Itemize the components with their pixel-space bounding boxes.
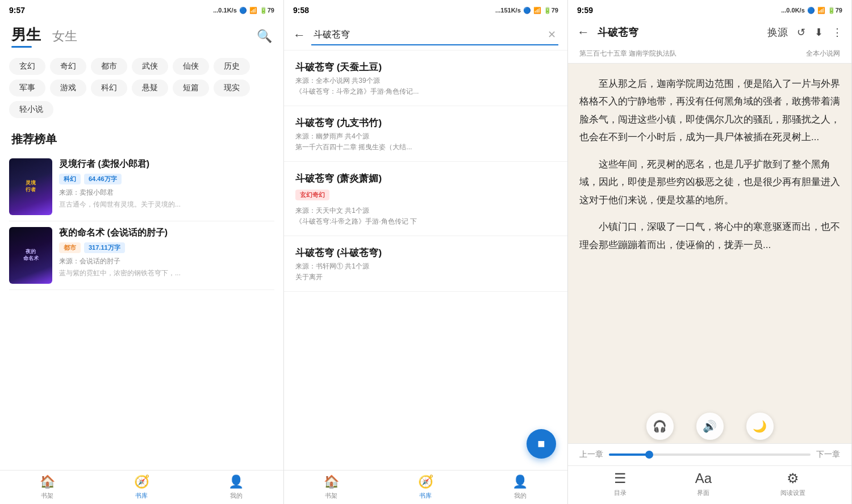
genre-game[interactable]: 游戏 <box>50 79 86 96</box>
genre-light[interactable]: 轻小说 <box>9 101 53 118</box>
search-query-text[interactable]: 斗破苍穹 <box>314 29 350 41</box>
back-button-search[interactable]: ← <box>293 28 306 43</box>
status-bar-1: 9:57 ...0.1K/s 🔵 📶 🔋79 <box>0 0 283 20</box>
audio-btn[interactable]: 🎧 <box>646 413 674 440</box>
reading-nav: 上一章 下一章 <box>568 443 851 465</box>
nav-bookshelf[interactable]: 🏠 书架 <box>40 474 55 500</box>
tab-female-label[interactable]: 女生 <box>52 28 77 45</box>
reading-title: 斗破苍穹 <box>598 26 638 39</box>
genre-qihuan[interactable]: 奇幻 <box>50 58 86 75</box>
book-meta-2: 都市 317.11万字 <box>59 242 274 253</box>
book-genre-tag-1: 科幻 <box>59 174 81 184</box>
font-icon: Aa <box>695 471 712 486</box>
book-title-2: 夜的命名术 (会说话的肘子) <box>59 227 274 239</box>
book-wordcount-1: 64.46万字 <box>84 174 122 184</box>
home-icon-2: 🏠 <box>324 474 339 489</box>
time-3: 9:59 <box>577 6 593 15</box>
book-wordcount-2: 317.11万字 <box>84 242 125 253</box>
genre-wuxia[interactable]: 武侠 <box>132 58 168 75</box>
search-clear-icon[interactable]: ✕ <box>548 28 556 41</box>
download-icon[interactable]: ⬇ <box>815 26 823 39</box>
reading-controls-overlay: 🎧 🔊 🌙 <box>568 409 851 443</box>
prev-chapter-btn[interactable]: 上一章 <box>579 450 603 460</box>
back-button-reading[interactable]: ← <box>577 25 590 40</box>
battery-3: 🔋79 <box>828 7 842 14</box>
genre-history[interactable]: 历史 <box>214 58 250 75</box>
result-title-4: 斗破苍穹 (斗破苍穹) <box>295 246 556 259</box>
nav-library[interactable]: 🧭 书库 <box>134 474 149 500</box>
more-icon[interactable]: ⋮ <box>832 26 842 39</box>
voice-btn[interactable]: 🔊 <box>696 413 724 440</box>
refresh-icon[interactable]: ↺ <box>797 26 805 39</box>
search-result-4[interactable]: 斗破苍穹 (斗破苍穹) 来源：书轩网① 共1个源 关于离开 <box>284 236 567 292</box>
status-icons-3: ...0.0K/s 🔵 📶 🔋79 <box>781 7 842 14</box>
result-title-1: 斗破苍穹 (天蚕土豆) <box>295 61 556 74</box>
reading-paragraph-1: 至从那之后，迦南学院周边范围，便是陷入了一片与外界格格不入的宁静地带，再没有任何… <box>579 75 840 146</box>
next-chapter-btn[interactable]: 下一章 <box>816 450 840 460</box>
genre-dushi[interactable]: 都市 <box>91 58 127 75</box>
progress-fill <box>609 453 649 456</box>
status-icons-2: ...151K/s 🔵 📶 🔋79 <box>495 7 558 14</box>
reading-settings-button[interactable]: ⚙ 阅读设置 <box>780 471 805 497</box>
book-item-1[interactable]: 灵境行者 灵境行者 (卖报小郎君) 科幻 64.46万字 来源：卖报小郎君 亘古… <box>9 153 274 221</box>
genre-scifi[interactable]: 科幻 <box>91 79 127 96</box>
time-1: 9:57 <box>9 6 25 15</box>
result-source-2: 来源：幽梦雨声 共4个源 <box>295 132 556 141</box>
result-extra-3: 《斗破苍穹:斗帝之路》手游·角色传记 下 <box>295 217 556 226</box>
genre-short[interactable]: 短篇 <box>173 79 209 96</box>
search-result-1[interactable]: 斗破苍穹 (天蚕土豆) 来源：全本小说网 共39个源 《斗破苍穹：斗帝之路》手游… <box>284 51 567 106</box>
genre-xianxia[interactable]: 仙侠 <box>173 58 209 75</box>
search-results: 斗破苍穹 (天蚕土豆) 来源：全本小说网 共39个源 《斗破苍穹：斗帝之路》手游… <box>284 51 567 470</box>
nav-mine-2[interactable]: 👤 我的 <box>512 474 528 500</box>
reading-paragraph-3: 小镇门口，深吸了一口气，将心中的寒意驱逐而出，也不理会那些蹦蹦着而出，使诬偷的，… <box>579 218 840 254</box>
search-result-3[interactable]: 斗破苍穹 (萧炎萧媚) 玄幻奇幻 来源：天天中文 共1个源 《斗破苍穹:斗帝之路… <box>284 162 567 236</box>
book-title-1: 灵境行者 (卖报小郎君) <box>59 158 274 170</box>
bottom-nav-1: 🏠 书架 🧭 书库 👤 我的 <box>0 470 283 504</box>
result-source-1: 来源：全本小说网 共39个源 <box>295 76 556 86</box>
reading-progress-bar[interactable] <box>609 453 811 456</box>
genre-xuanhuan[interactable]: 玄幻 <box>9 58 45 75</box>
search-icon[interactable]: 🔍 <box>257 29 272 44</box>
toc-button[interactable]: ☰ 目录 <box>614 471 627 497</box>
genre-military[interactable]: 军事 <box>9 79 45 96</box>
genre-reality[interactable]: 现实 <box>214 79 250 96</box>
battery-2: 🔋79 <box>544 7 558 14</box>
speaker-icon: 🔊 <box>703 419 717 433</box>
genre-mystery[interactable]: 悬疑 <box>132 79 168 96</box>
reading-header: ← 斗破苍穹 换源 ↺ ⬇ ⋮ <box>568 20 851 44</box>
bluetooth-icon-1: 🔵 <box>239 7 247 14</box>
tab-male-label: 男生 <box>11 26 41 43</box>
night-btn[interactable]: 🌙 <box>746 413 774 440</box>
bluetooth-icon-3: 🔵 <box>807 7 815 14</box>
tab-male[interactable]: 男生 <box>11 25 41 48</box>
moon-icon: 🌙 <box>753 419 767 433</box>
progress-thumb[interactable] <box>645 451 653 459</box>
change-source-btn[interactable]: 换源 <box>767 26 788 39</box>
wifi-icon-1: 📶 <box>249 7 257 14</box>
search-bar-container: 斗破苍穹 ✕ <box>311 25 558 45</box>
toc-label: 目录 <box>614 489 627 497</box>
nav-mine-label: 我的 <box>230 492 243 500</box>
genre-grid: 玄幻 奇幻 都市 武侠 仙侠 历史 军事 游戏 科幻 悬疑 短篇 现实 轻小说 <box>0 52 283 124</box>
book-list: 灵境行者 灵境行者 (卖报小郎君) 科幻 64.46万字 来源：卖报小郎君 亘古… <box>0 153 283 470</box>
signal-3: ...0.0K/s <box>781 7 805 14</box>
nav-bookshelf-label: 书架 <box>41 492 53 500</box>
search-result-2[interactable]: 斗破苍穹 (九支书竹) 来源：幽梦雨声 共4个源 第一千六百四十二章 摇曳生姿（… <box>284 106 567 162</box>
reading-content[interactable]: 至从那之后，迦南学院周边范围，便是陷入了一片与外界格格不入的宁静地带，再没有任何… <box>568 64 851 409</box>
time-2: 9:58 <box>293 6 309 15</box>
signal-2: ...151K/s <box>495 7 521 14</box>
headphone-icon: 🎧 <box>653 419 667 433</box>
book-item-2[interactable]: 夜的命名术 夜的命名术 (会说话的肘子) 都市 317.11万字 来源：会说话的… <box>9 221 274 290</box>
chapter-source: 全本小说网 <box>806 49 840 58</box>
result-extra-4: 关于离开 <box>295 272 556 282</box>
nav-mine[interactable]: 👤 我的 <box>228 474 244 500</box>
theme-button[interactable]: Aa 界面 <box>695 471 712 497</box>
gender-tabs: 男生 女生 🔍 <box>11 25 272 48</box>
nav-bookshelf-2[interactable]: 🏠 书架 <box>324 474 339 500</box>
person-icon-2: 👤 <box>512 474 528 489</box>
book-cover-2: 夜的命名术 <box>9 227 52 284</box>
nav-library-2[interactable]: 🧭 书库 <box>418 474 433 500</box>
stop-fab-button[interactable]: ■ <box>527 429 556 459</box>
person-icon: 👤 <box>228 474 244 489</box>
result-source-4: 来源：书轩网① 共1个源 <box>295 262 556 271</box>
